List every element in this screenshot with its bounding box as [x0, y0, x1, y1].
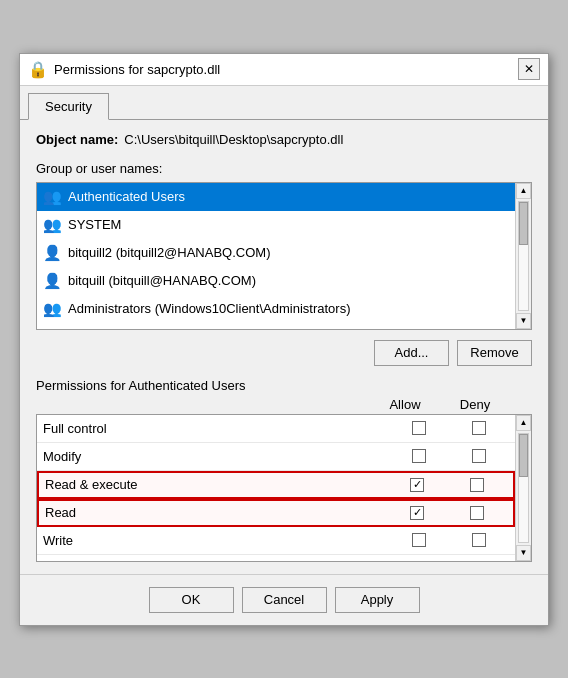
tab-bar: Security: [20, 86, 548, 120]
user-icon: 👤: [43, 272, 62, 290]
add-button[interactable]: Add...: [374, 340, 449, 366]
title-bar: 🔒 Permissions for sapcrypto.dll ✕: [20, 54, 548, 86]
user-icon: 👤: [43, 244, 62, 262]
perm-allow-cell[interactable]: [389, 449, 449, 463]
perm-table-row: Write: [37, 527, 515, 555]
allow-checkbox[interactable]: ✓: [410, 478, 424, 492]
perm-scroll-down-arrow[interactable]: ▼: [516, 545, 531, 561]
user-list-item[interactable]: 👥Administrators (Windows10Client\Adminis…: [37, 295, 515, 323]
allow-checkbox[interactable]: ✓: [410, 506, 424, 520]
deny-checkbox[interactable]: [472, 449, 486, 463]
perm-allow-cell[interactable]: ✓: [387, 506, 447, 520]
perm-allow-cell[interactable]: [389, 533, 449, 547]
object-name-row: Object name: C:\Users\bitquill\Desktop\s…: [36, 132, 532, 147]
deny-checkbox[interactable]: [470, 506, 484, 520]
user-list-item[interactable]: 👤bitquill (bitquill@HANABQ.COM): [37, 267, 515, 295]
perm-table-header: Allow Deny: [36, 397, 532, 414]
user-name-label: Authenticated Users: [68, 189, 185, 204]
permissions-table[interactable]: Full controlModifyRead & execute✓Read✓Wr…: [36, 414, 532, 562]
user-list-scrollbar[interactable]: ▲ ▼: [515, 183, 531, 329]
perm-allow-cell[interactable]: [389, 421, 449, 435]
user-name-label: bitquill2 (bitquill2@HANABQ.COM): [68, 245, 270, 260]
perm-allow-cell[interactable]: ✓: [387, 478, 447, 492]
deny-checkbox[interactable]: [470, 478, 484, 492]
title-bar-left: 🔒 Permissions for sapcrypto.dll: [28, 60, 220, 79]
permissions-header: Permissions for Authenticated Users: [36, 378, 532, 393]
perm-row-name: Read: [45, 505, 387, 520]
perm-table-row: Full control: [37, 415, 515, 443]
user-list[interactable]: 👥Authenticated Users👥SYSTEM👤bitquill2 (b…: [36, 182, 532, 330]
scroll-down-arrow[interactable]: ▼: [516, 313, 531, 329]
user-btn-row: Add... Remove: [36, 340, 532, 366]
perm-row-name: Write: [43, 533, 389, 548]
scroll-up-arrow[interactable]: ▲: [516, 183, 531, 199]
close-button[interactable]: ✕: [518, 58, 540, 80]
user-icon: 👥: [43, 216, 62, 234]
user-list-item[interactable]: 👥Authenticated Users: [37, 183, 515, 211]
perm-table-row: Read & execute✓: [37, 471, 515, 499]
perm-row-name: Read & execute: [45, 477, 387, 492]
remove-button[interactable]: Remove: [457, 340, 532, 366]
user-rows: 👥Authenticated Users👥SYSTEM👤bitquill2 (b…: [37, 183, 515, 329]
dialog-content: Object name: C:\Users\bitquill\Desktop\s…: [20, 120, 548, 574]
perm-deny-cell[interactable]: [449, 421, 509, 435]
bottom-button-row: OK Cancel Apply: [20, 574, 548, 625]
dialog-title: Permissions for sapcrypto.dll: [54, 62, 220, 77]
scrollbar-track[interactable]: [518, 201, 529, 311]
perm-table-scrollbar[interactable]: ▲ ▼: [515, 415, 531, 561]
perm-table-row: Modify: [37, 443, 515, 471]
ok-button[interactable]: OK: [149, 587, 234, 613]
deny-checkbox[interactable]: [472, 421, 486, 435]
user-list-item[interactable]: 👥SYSTEM: [37, 211, 515, 239]
perm-allow-col-header: Allow: [370, 397, 440, 412]
user-list-item[interactable]: 👤bitquill2 (bitquill2@HANABQ.COM): [37, 239, 515, 267]
perm-row-name: Modify: [43, 449, 389, 464]
perm-deny-cell[interactable]: [449, 449, 509, 463]
perm-deny-cell[interactable]: [447, 506, 507, 520]
dialog-icon: 🔒: [28, 60, 48, 79]
perm-scroll-up-arrow[interactable]: ▲: [516, 415, 531, 431]
object-name-label: Object name:: [36, 132, 118, 147]
object-path-value: C:\Users\bitquill\Desktop\sapcrypto.dll: [124, 132, 343, 147]
perm-deny-cell[interactable]: [449, 533, 509, 547]
user-name-label: SYSTEM: [68, 217, 121, 232]
user-name-label: bitquill (bitquill@HANABQ.COM): [68, 273, 256, 288]
allow-checkbox[interactable]: [412, 421, 426, 435]
perm-table-row: Read✓: [37, 499, 515, 527]
perm-scrollbar-track[interactable]: [518, 433, 529, 543]
perm-rows-area: Full controlModifyRead & execute✓Read✓Wr…: [37, 415, 515, 561]
scrollbar-thumb[interactable]: [519, 202, 528, 245]
apply-button[interactable]: Apply: [335, 587, 420, 613]
user-icon: 👥: [43, 188, 62, 206]
perm-row-name: Full control: [43, 421, 389, 436]
permissions-dialog: 🔒 Permissions for sapcrypto.dll ✕ Securi…: [19, 53, 549, 626]
user-icon: 👥: [43, 300, 62, 318]
allow-checkbox[interactable]: [412, 533, 426, 547]
deny-checkbox[interactable]: [472, 533, 486, 547]
allow-checkbox[interactable]: [412, 449, 426, 463]
perm-scrollbar-thumb[interactable]: [519, 434, 528, 477]
tab-security[interactable]: Security: [28, 93, 109, 120]
cancel-button[interactable]: Cancel: [242, 587, 327, 613]
user-name-label: Administrators (Windows10Client\Administ…: [68, 301, 350, 316]
perm-table-row: Special permissions: [37, 555, 515, 561]
group-section-label: Group or user names:: [36, 161, 532, 176]
perm-deny-cell[interactable]: [447, 478, 507, 492]
perm-deny-col-header: Deny: [440, 397, 510, 412]
